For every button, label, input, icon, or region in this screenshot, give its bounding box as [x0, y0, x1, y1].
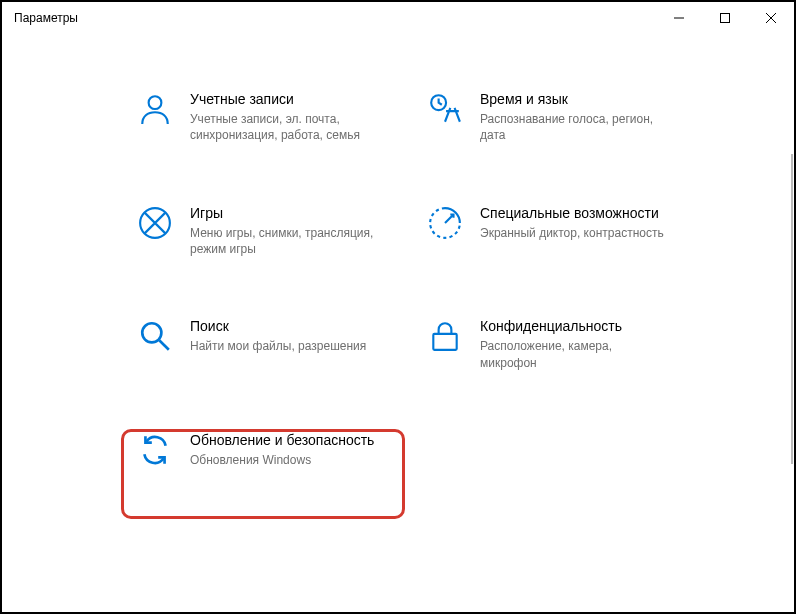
- svg-point-7: [142, 323, 161, 342]
- settings-grid: Учетные записи Учетные записи, эл. почта…: [132, 84, 674, 474]
- scrollbar[interactable]: [791, 34, 793, 572]
- tile-title: Время и язык: [480, 90, 670, 108]
- tile-desc: Распознавание голоса, регион, дата: [480, 111, 670, 143]
- tile-desc: Экранный диктор, контрастность: [480, 225, 664, 241]
- tile-title: Конфиденциальность: [480, 317, 670, 335]
- tile-desc: Расположение, камера, микрофон: [480, 338, 670, 370]
- time-language-icon: [428, 92, 462, 126]
- tile-desc: Найти мои файлы, разрешения: [190, 338, 366, 354]
- titlebar: Параметры: [2, 2, 794, 34]
- tile-title: Игры: [190, 204, 380, 222]
- svg-rect-1: [721, 14, 730, 23]
- tile-accounts[interactable]: Учетные записи Учетные записи, эл. почта…: [132, 84, 402, 150]
- maximize-button[interactable]: [702, 2, 748, 34]
- tile-gaming[interactable]: Игры Меню игры, снимки, трансляция, режи…: [132, 198, 402, 264]
- scrollbar-thumb[interactable]: [791, 154, 793, 464]
- tile-desc: Учетные записи, эл. почта, синхронизация…: [190, 111, 380, 143]
- tile-desc: Обновления Windows: [190, 452, 374, 468]
- gaming-icon: [138, 206, 172, 240]
- tile-ease-of-access[interactable]: Специальные возможности Экранный диктор,…: [422, 198, 692, 264]
- ease-of-access-icon: [428, 206, 462, 240]
- window-controls: [656, 2, 794, 34]
- search-icon: [138, 319, 172, 353]
- tile-search[interactable]: Поиск Найти мои файлы, разрешения: [132, 311, 402, 377]
- tile-time-language[interactable]: Время и язык Распознавание голоса, регио…: [422, 84, 692, 150]
- tile-title: Специальные возможности: [480, 204, 664, 222]
- tile-title: Поиск: [190, 317, 366, 335]
- tile-update-security[interactable]: Обновление и безопасность Обновления Win…: [132, 425, 402, 474]
- update-security-icon: [138, 433, 172, 467]
- tile-desc: Меню игры, снимки, трансляция, режим игр…: [190, 225, 380, 257]
- svg-rect-9: [433, 334, 456, 350]
- close-button[interactable]: [748, 2, 794, 34]
- tile-title: Учетные записи: [190, 90, 380, 108]
- settings-content: Учетные записи Учетные записи, эл. почта…: [2, 34, 794, 612]
- privacy-icon: [428, 319, 462, 353]
- tile-title: Обновление и безопасность: [190, 431, 374, 449]
- accounts-icon: [138, 92, 172, 126]
- tile-privacy[interactable]: Конфиденциальность Расположение, камера,…: [422, 311, 692, 377]
- minimize-button[interactable]: [656, 2, 702, 34]
- svg-line-8: [159, 340, 169, 350]
- window-title: Параметры: [14, 11, 656, 25]
- svg-point-4: [149, 96, 162, 109]
